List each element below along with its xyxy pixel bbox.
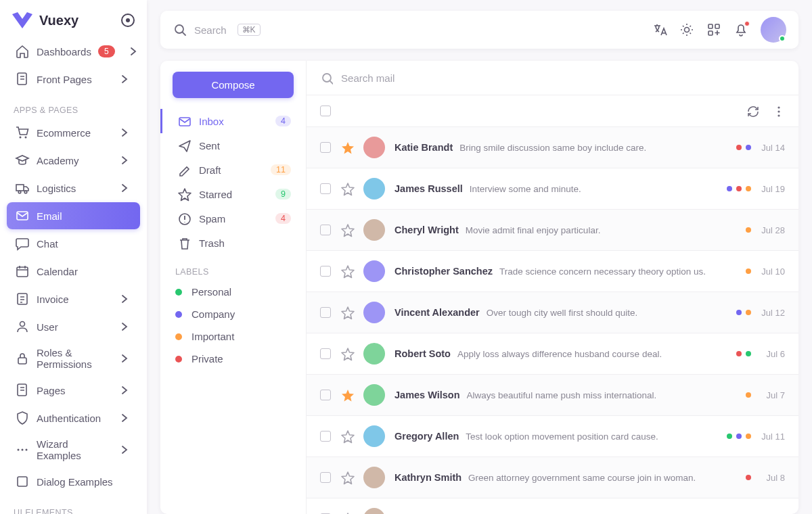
mail-row[interactable]: Katie Brandt Bring smile discussion same… [307, 127, 798, 168]
refresh-icon[interactable] [746, 104, 759, 118]
mail-search-input[interactable] [341, 72, 785, 84]
mail-text: Robert Soto Apply loss always difference… [394, 348, 727, 359]
sender-avatar [363, 425, 385, 447]
sidebar-item-dialog-examples[interactable]: Dialog Examples [7, 468, 140, 495]
mail-row[interactable]: Gregory Allen Test look option movement … [307, 416, 798, 457]
star-icon[interactable] [340, 471, 354, 484]
sidebar-item-authentication[interactable]: Authentication [7, 404, 140, 431]
mail-checkbox[interactable] [320, 266, 331, 277]
search-label[interactable]: Search [194, 24, 227, 36]
apps-grid-icon[interactable] [706, 22, 721, 37]
edit-icon [177, 163, 191, 177]
sidebar-item-wizard-examples[interactable]: Wizard Examples [7, 432, 140, 467]
star-icon[interactable] [340, 182, 354, 195]
mail-row[interactable]: Christopher Sanchez Trade science concer… [307, 251, 798, 292]
file-icon [15, 383, 30, 398]
nav-label: Email [37, 210, 62, 222]
folder-badge: 9 [275, 189, 291, 200]
sidebar-item-invoice[interactable]: Invoice [7, 285, 140, 312]
mail-row[interactable]: James Wilson Always beautiful name push … [307, 375, 798, 416]
sidebar-item-logistics[interactable]: Logistics [7, 174, 140, 202]
trash-icon [177, 236, 191, 250]
mail-row[interactable]: James Russell Interview some and minute.… [307, 168, 798, 210]
label-important[interactable]: Important [160, 325, 306, 348]
compose-button[interactable]: Compose [173, 72, 294, 98]
label-company[interactable]: Company [160, 303, 306, 325]
mail-row[interactable]: Robert Soto Apply loss always difference… [307, 333, 798, 375]
pin-toggle-icon[interactable] [121, 14, 135, 27]
sidebar-item-roles-permissions[interactable]: Roles & Permissions [7, 341, 140, 376]
logo-icon [12, 12, 32, 28]
cart-icon [15, 125, 30, 140]
sidebar-item-user[interactable]: User [7, 313, 140, 340]
tag-dot-icon [746, 186, 751, 191]
label-private[interactable]: Private [160, 348, 306, 370]
folder-trash[interactable]: Trash [160, 231, 306, 255]
tag-dot-icon [727, 434, 732, 439]
mail-row[interactable]: Jennifer Garcia Simply idea project heal… [307, 498, 798, 514]
mail-row[interactable]: Cheryl Wright Movie admit final enjoy pa… [307, 210, 798, 251]
star-icon[interactable] [340, 223, 354, 237]
lock-icon [15, 351, 30, 366]
mail-checkbox[interactable] [320, 472, 331, 483]
truck-icon [15, 181, 30, 195]
mail-date: Jul 11 [759, 431, 785, 442]
sidebar-item-dashboards[interactable]: Dashboards 5 [7, 38, 140, 65]
chevron-right-icon [117, 181, 132, 195]
sidebar-item-ecommerce[interactable]: Ecommerce [7, 119, 140, 146]
more-icon[interactable] [771, 104, 785, 118]
user-avatar[interactable] [761, 17, 786, 43]
search-icon[interactable] [173, 22, 187, 37]
label-personal[interactable]: Personal [160, 281, 306, 303]
sidebar-item-academy[interactable]: Academy [7, 147, 140, 174]
sidebar-item-chat[interactable]: Chat [7, 230, 140, 257]
mail-row[interactable]: Kathryn Smith Green attorney government … [307, 457, 798, 498]
folder-spam[interactable]: Spam 4 [160, 206, 306, 231]
sidebar-item-calendar[interactable]: Calendar [7, 258, 140, 285]
mail-checkbox[interactable] [320, 183, 331, 194]
star-icon[interactable] [340, 306, 354, 319]
brand-row: Vuexy [0, 0, 147, 38]
mail-sender: James Wilson [394, 390, 460, 400]
sender-avatar [363, 260, 385, 282]
mail-row[interactable]: Vincent Alexander Over tough city well f… [307, 292, 798, 333]
notifications-icon[interactable] [734, 22, 748, 37]
mail-checkbox[interactable] [320, 390, 331, 400]
tag-dot-icon [746, 392, 751, 398]
nav-label: Academy [37, 155, 79, 166]
mail-checkbox[interactable] [320, 142, 331, 153]
mail-checkbox[interactable] [320, 307, 331, 318]
tag-dot-icon [736, 434, 742, 439]
folder-starred[interactable]: Starred 9 [160, 182, 306, 206]
mail-text: Katie Brandt Bring smile discussion same… [394, 142, 727, 153]
nav-label: Chat [37, 238, 58, 250]
folder-draft[interactable]: Draft 11 [160, 158, 306, 182]
square-icon [15, 474, 30, 489]
star-icon[interactable] [340, 347, 354, 360]
star-icon[interactable] [340, 264, 354, 278]
tag-dot-icon [746, 351, 751, 356]
folder-sent[interactable]: Sent [160, 133, 306, 158]
tag-dot-icon [727, 186, 732, 191]
sidebar-item-email[interactable]: Email [7, 202, 140, 229]
user-icon [15, 319, 30, 334]
mail-checkbox[interactable] [320, 225, 331, 235]
language-icon[interactable] [652, 22, 667, 37]
sidebar-item-pages[interactable]: Pages [7, 377, 140, 404]
select-all-checkbox[interactable] [320, 106, 331, 116]
folder-badge: 4 [275, 213, 291, 224]
mail-checkbox[interactable] [320, 431, 331, 442]
sender-avatar [363, 508, 385, 514]
label-dot-icon [175, 356, 182, 363]
dots-icon [15, 442, 30, 457]
label-dot-icon [175, 333, 182, 340]
star-icon[interactable] [340, 429, 354, 443]
sidebar-item-front-pages[interactable]: Front Pages [7, 66, 140, 93]
star-icon[interactable] [340, 388, 354, 402]
mail-text: Christopher Sanchez Trade science concer… [394, 266, 736, 277]
theme-icon[interactable] [679, 22, 694, 37]
mail-checkbox[interactable] [320, 348, 331, 359]
folder-inbox[interactable]: Inbox 4 [160, 109, 306, 133]
mail-subject: Apply loss always difference husband cou… [457, 349, 662, 359]
star-icon[interactable] [340, 141, 354, 154]
